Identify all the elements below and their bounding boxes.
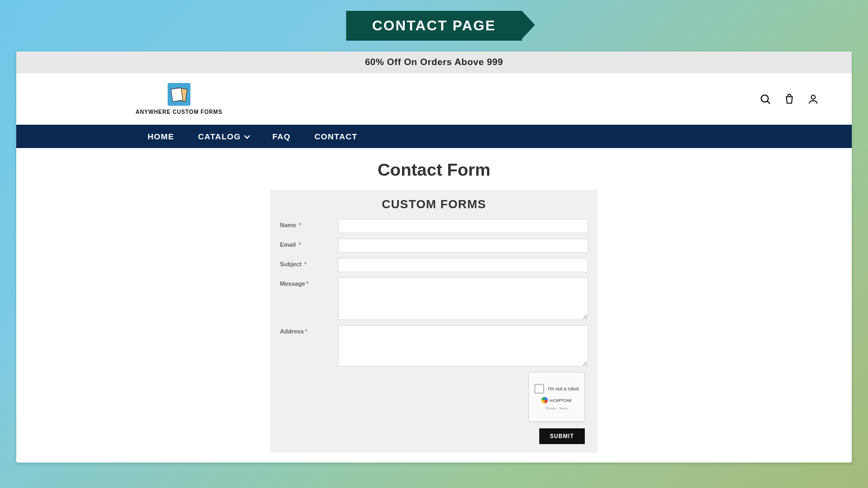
header-icons (760, 93, 819, 105)
nav-faq-label: FAQ (272, 132, 291, 141)
site-logo[interactable]: ANYWHERE CUSTOM FORMS (136, 83, 222, 115)
subject-label: Subject * (280, 258, 331, 272)
site-header: ANYWHERE CUSTOM FORMS (16, 73, 852, 125)
nav-home-label: HOME (148, 132, 174, 141)
nav-contact[interactable]: CONTACT (303, 125, 369, 148)
form-card: CUSTOM FORMS Name * Email * Subject * Me… (270, 190, 598, 453)
name-input[interactable] (338, 219, 588, 233)
svg-point-0 (761, 95, 768, 102)
recaptcha-logo-icon (541, 397, 548, 403)
nav-home[interactable]: HOME (136, 125, 186, 148)
search-icon[interactable] (760, 93, 771, 105)
recaptcha-terms: Privacy - Terms (545, 407, 567, 410)
recaptcha-checkbox[interactable] (534, 384, 544, 394)
ribbon-text: CONTACT PAGE (372, 17, 496, 34)
recaptcha-label: I'm not a robot (548, 386, 579, 391)
email-label: Email * (280, 239, 331, 253)
logo-icon (168, 83, 190, 106)
message-input[interactable] (338, 278, 588, 320)
name-label: Name * (280, 219, 331, 233)
nav-catalog[interactable]: CATALOG (186, 125, 260, 148)
svg-point-2 (811, 95, 815, 99)
account-icon[interactable] (807, 93, 819, 105)
ribbon-banner: CONTACT PAGE (346, 11, 522, 41)
subject-input[interactable] (338, 258, 588, 272)
nav-catalog-label: CATALOG (198, 132, 241, 141)
form-title: CUSTOM FORMS (280, 197, 588, 211)
page-title: Contact Form (16, 160, 852, 180)
svg-line-1 (767, 101, 770, 104)
nav-faq[interactable]: FAQ (260, 125, 303, 148)
cart-icon[interactable] (783, 93, 795, 105)
nav-contact-label: CONTACT (315, 132, 358, 141)
submit-button[interactable]: SUBMIT (539, 428, 585, 444)
main-navbar: HOME CATALOG FAQ CONTACT (16, 125, 852, 148)
message-label: Message* (280, 278, 331, 320)
page-container: 60% Off On Orders Above 999 ANYWHERE CUS… (16, 52, 852, 463)
announcement-text: 60% Off On Orders Above 999 (365, 57, 503, 67)
recaptcha-widget[interactable]: I'm not a robot reCAPTCHA Privacy - Term… (528, 372, 585, 422)
chevron-down-icon (244, 132, 250, 138)
address-label: Address* (280, 325, 331, 367)
main-content: Contact Form CUSTOM FORMS Name * Email *… (16, 148, 852, 463)
logo-text: ANYWHERE CUSTOM FORMS (136, 109, 222, 115)
announcement-bar: 60% Off On Orders Above 999 (16, 52, 852, 73)
recaptcha-brand: reCAPTCHA (541, 397, 572, 403)
email-input[interactable] (338, 239, 588, 253)
address-input[interactable] (338, 325, 588, 367)
